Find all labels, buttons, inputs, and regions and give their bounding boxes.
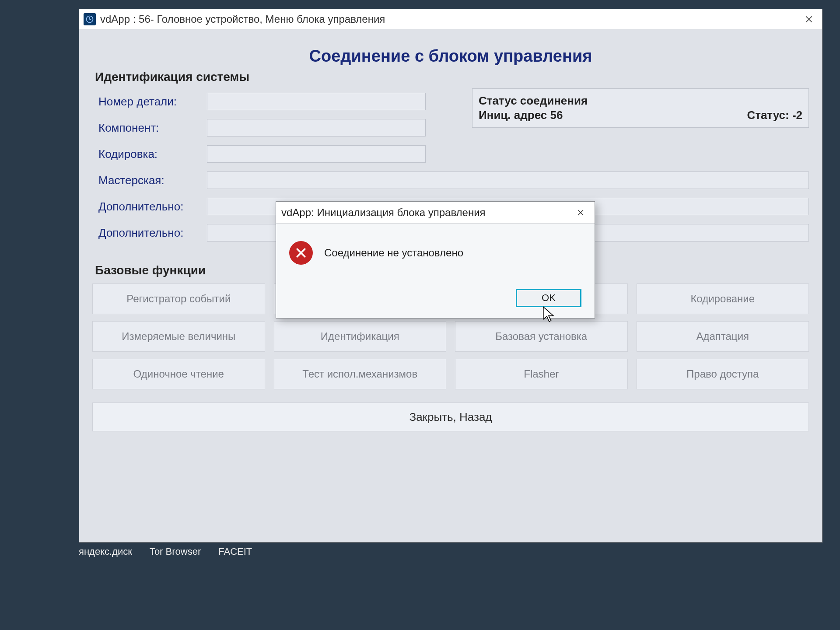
- field-part-number[interactable]: [207, 93, 426, 110]
- label-workshop: Мастерская:: [92, 174, 202, 187]
- app-icon: [84, 13, 96, 25]
- label-extra1: Дополнительно:: [92, 200, 202, 214]
- fn-adaptation[interactable]: Адаптация: [637, 321, 809, 352]
- fn-flasher[interactable]: Flasher: [455, 359, 628, 389]
- page-heading: Соединение с блоком управления: [92, 47, 809, 66]
- label-coding: Кодировка:: [92, 147, 202, 161]
- window-title: vdApp : 56- Головное устройство, Меню бл…: [100, 13, 796, 25]
- fn-actuator-test[interactable]: Тест испол.механизмов: [274, 359, 447, 389]
- label-part-number: Номер детали:: [92, 95, 202, 108]
- fn-access-right[interactable]: Право доступа: [637, 359, 809, 389]
- dialog-body: Соединение не установлено OK: [276, 224, 595, 318]
- dialog-title: vdApp: Инициализация блока управления: [281, 206, 567, 219]
- taskbar: яндекс.диск Tor Browser FACEIT: [79, 546, 252, 557]
- error-dialog: vdApp: Инициализация блока управления Со…: [276, 201, 595, 318]
- dialog-close-icon[interactable]: [572, 204, 589, 221]
- close-back-button[interactable]: Закрыть, Назад: [92, 402, 809, 431]
- close-icon[interactable]: [800, 10, 818, 28]
- dialog-message: Соединение не установлено: [324, 247, 463, 259]
- status-addr: Иниц. адрес 56: [479, 108, 563, 122]
- status-value: Статус: -2: [747, 108, 802, 122]
- fn-measured-values[interactable]: Измеряемые величины: [92, 321, 265, 352]
- label-extra2: Дополнительно:: [92, 226, 202, 240]
- fn-single-read[interactable]: Одиночное чтение: [92, 359, 265, 389]
- taskbar-item[interactable]: яндекс.диск: [79, 546, 132, 557]
- ok-button[interactable]: OK: [516, 289, 581, 307]
- error-icon: [289, 241, 313, 265]
- fn-coding[interactable]: Кодирование: [637, 284, 809, 314]
- fn-event-recorder[interactable]: Регистратор событий: [92, 284, 265, 314]
- label-component: Компонент:: [92, 121, 202, 135]
- dialog-titlebar: vdApp: Инициализация блока управления: [276, 202, 595, 224]
- field-workshop[interactable]: [207, 172, 809, 189]
- field-component[interactable]: [207, 119, 426, 136]
- status-title: Статус соединения: [479, 94, 802, 108]
- main-titlebar: vdApp : 56- Головное устройство, Меню бл…: [79, 9, 822, 29]
- taskbar-item[interactable]: FACEIT: [218, 546, 252, 557]
- status-box: Статус соединения Иниц. адрес 56 Статус:…: [472, 88, 809, 128]
- field-coding[interactable]: [207, 145, 426, 163]
- fn-identification[interactable]: Идентификация: [274, 321, 447, 352]
- taskbar-item[interactable]: Tor Browser: [150, 546, 201, 557]
- ident-section-label: Идентификация системы: [95, 70, 809, 84]
- fn-basic-setting[interactable]: Базовая установка: [455, 321, 628, 352]
